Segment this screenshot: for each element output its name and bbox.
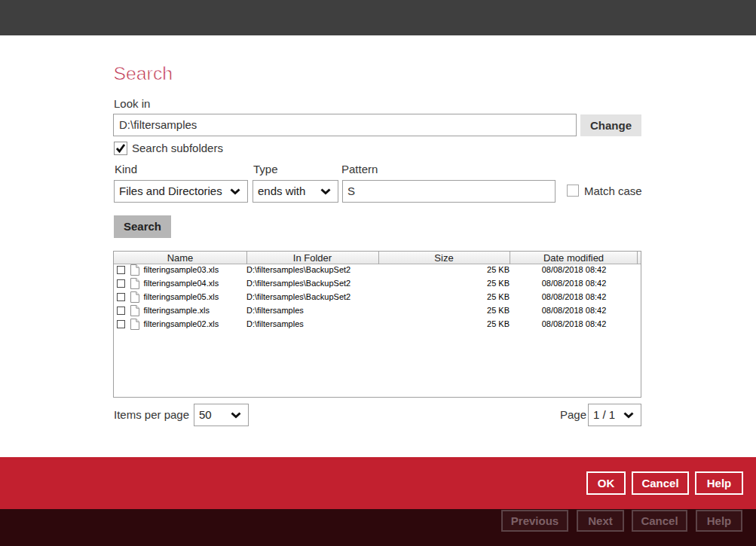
svg-text:Search: Search — [113, 63, 173, 84]
